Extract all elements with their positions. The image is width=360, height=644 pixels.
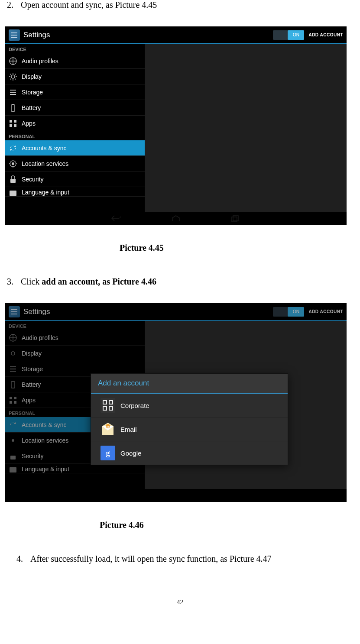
sidebar-item-accounts[interactable]: Accounts & sync bbox=[5, 140, 145, 156]
audio-icon bbox=[9, 57, 17, 65]
content-pane bbox=[145, 44, 347, 212]
sidebar-label: Accounts & sync bbox=[22, 421, 67, 428]
svg-rect-16 bbox=[14, 120, 16, 123]
svg-line-7 bbox=[15, 78, 16, 79]
sidebar-item-battery[interactable]: Battery bbox=[5, 100, 145, 116]
language-icon bbox=[9, 466, 17, 473]
nav-bar bbox=[5, 212, 347, 225]
apps-icon bbox=[9, 396, 17, 405]
svg-point-39 bbox=[12, 439, 14, 442]
svg-rect-44 bbox=[103, 407, 107, 410]
caption-2: Picture 4.46 bbox=[100, 520, 356, 530]
header-title: Settings bbox=[23, 31, 273, 39]
dialog-item-corporate[interactable]: Corporate bbox=[91, 394, 288, 417]
back-icon[interactable] bbox=[110, 215, 122, 222]
sidebar-label: Language & input bbox=[22, 189, 69, 196]
add-account-button[interactable]: ADD ACCOUNT bbox=[308, 309, 343, 314]
svg-line-9 bbox=[10, 78, 11, 79]
dialog-item-email[interactable]: @ Email bbox=[91, 417, 288, 441]
step-2: 2. Open account and sync, as Picture 4.4… bbox=[7, 0, 356, 10]
nav-bar bbox=[5, 489, 347, 502]
svg-rect-13 bbox=[11, 105, 15, 111]
svg-rect-36 bbox=[14, 397, 16, 399]
step-text: Open account and sync, as Picture 4.45 bbox=[21, 0, 157, 10]
sidebar-label: Accounts & sync bbox=[22, 145, 67, 152]
display-icon bbox=[9, 72, 17, 81]
screenshot-settings: Settings ON ADD ACCOUNT DEVICE Audio pro… bbox=[5, 26, 347, 225]
svg-rect-14 bbox=[13, 104, 14, 105]
sidebar-item-security[interactable]: Security bbox=[5, 172, 145, 187]
recents-icon[interactable] bbox=[230, 215, 242, 222]
sidebar-label: Location services bbox=[22, 160, 68, 167]
sidebar-item-display[interactable]: Display bbox=[5, 346, 145, 361]
dialog-item-google[interactable]: g Google bbox=[91, 441, 288, 465]
svg-rect-40 bbox=[10, 456, 16, 460]
svg-rect-38 bbox=[14, 401, 16, 404]
apps-icon bbox=[9, 119, 17, 128]
svg-rect-42 bbox=[103, 401, 107, 404]
settings-icon bbox=[9, 306, 20, 317]
location-icon bbox=[9, 436, 17, 445]
audio-icon bbox=[9, 333, 17, 342]
svg-rect-18 bbox=[14, 124, 16, 127]
sidebar-item-language[interactable]: Language & input bbox=[5, 187, 145, 197]
step-3: 3. Click add an account, as Picture 4.46 bbox=[7, 277, 356, 287]
sidebar-label: Battery bbox=[22, 381, 41, 388]
dialog-item-label: Email bbox=[120, 426, 137, 433]
storage-icon bbox=[9, 365, 17, 373]
header-title: Settings bbox=[23, 307, 273, 316]
sync-icon bbox=[9, 144, 17, 152]
sidebar-label: Location services bbox=[22, 437, 68, 444]
location-icon bbox=[9, 159, 17, 168]
sidebar-item-apps[interactable]: Apps bbox=[5, 116, 145, 131]
svg-rect-11 bbox=[10, 92, 16, 93]
svg-rect-35 bbox=[10, 397, 12, 399]
sidebar-item-display[interactable]: Display bbox=[5, 69, 145, 84]
settings-sidebar: DEVICE Audio profiles Display Storage bbox=[5, 44, 145, 212]
settings-icon bbox=[9, 29, 20, 41]
sidebar-label: Storage bbox=[22, 366, 43, 372]
home-icon[interactable] bbox=[170, 215, 182, 222]
step-number: 3. bbox=[7, 277, 15, 287]
sidebar-label: Security bbox=[22, 176, 44, 183]
corporate-icon bbox=[101, 398, 115, 413]
svg-rect-12 bbox=[10, 94, 16, 95]
sidebar-item-language[interactable]: Language & input bbox=[5, 464, 145, 473]
section-device: DEVICE bbox=[5, 321, 145, 330]
dialog-title: Add an account bbox=[91, 374, 288, 394]
sidebar-label: Apps bbox=[22, 397, 36, 404]
sync-toggle[interactable]: ON bbox=[273, 30, 304, 40]
step-number: 4. bbox=[16, 554, 24, 564]
sidebar-item-audio[interactable]: Audio profiles bbox=[5, 330, 145, 346]
sidebar-label: Display bbox=[22, 350, 42, 357]
dialog-item-label: Corporate bbox=[120, 402, 149, 409]
add-account-button[interactable]: ADD ACCOUNT bbox=[308, 32, 343, 37]
svg-rect-34 bbox=[11, 382, 15, 388]
svg-rect-32 bbox=[10, 369, 16, 369]
sync-icon bbox=[9, 421, 17, 429]
google-icon: g bbox=[101, 446, 115, 460]
step-text: After successfully load, it will open th… bbox=[30, 554, 272, 564]
battery-icon bbox=[9, 104, 17, 112]
settings-header: Settings ON ADD ACCOUNT bbox=[5, 26, 347, 44]
sidebar-label: Battery bbox=[22, 104, 41, 111]
svg-rect-31 bbox=[10, 366, 16, 367]
svg-line-8 bbox=[15, 74, 16, 74]
sidebar-item-storage[interactable]: Storage bbox=[5, 84, 145, 100]
section-device: DEVICE bbox=[5, 44, 145, 53]
sidebar-item-location[interactable]: Location services bbox=[5, 156, 145, 172]
sidebar-item-audio[interactable]: Audio profiles bbox=[5, 53, 145, 69]
screenshot-add-account: Settings ON ADD ACCOUNT DEVICE Audio pro… bbox=[5, 303, 347, 502]
sync-toggle[interactable]: ON bbox=[273, 307, 304, 317]
svg-rect-25 bbox=[10, 179, 16, 183]
page-number: 42 bbox=[4, 599, 356, 606]
sidebar-label: Security bbox=[22, 453, 44, 460]
svg-rect-10 bbox=[10, 90, 16, 91]
svg-point-19 bbox=[12, 162, 14, 165]
svg-text:@: @ bbox=[106, 425, 110, 429]
svg-text:g: g bbox=[106, 449, 110, 457]
svg-rect-27 bbox=[233, 216, 238, 221]
svg-rect-17 bbox=[10, 124, 12, 127]
sidebar-label: Apps bbox=[22, 120, 36, 127]
battery-icon bbox=[9, 380, 17, 389]
